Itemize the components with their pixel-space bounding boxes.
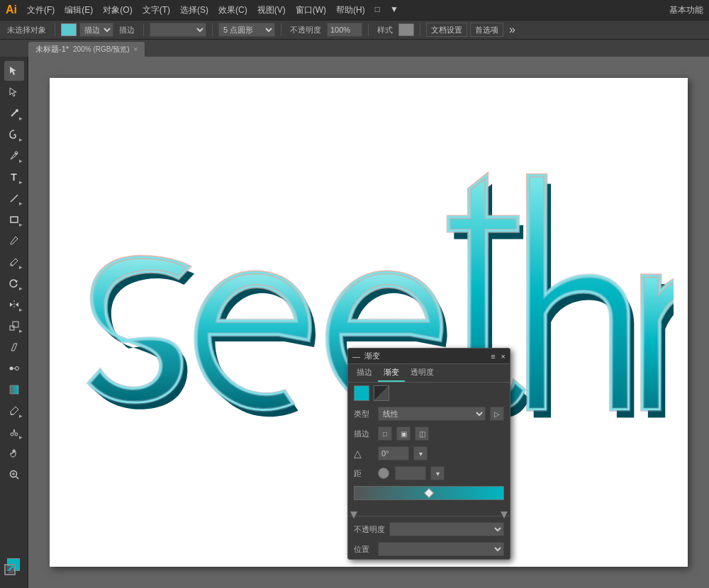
opacity-label-panel: 不透明度 xyxy=(354,524,385,535)
menu-help[interactable]: 帮助(H) xyxy=(336,4,365,16)
zoom-tool-button[interactable] xyxy=(4,465,24,485)
panel-collapse-icon[interactable]: — xyxy=(352,352,360,361)
type-tool-button[interactable]: T ▸ xyxy=(4,167,24,187)
shear-tool-button[interactable] xyxy=(4,337,24,357)
direct-select-tool-button[interactable] xyxy=(4,82,24,102)
panel-close-icon[interactable]: × xyxy=(501,352,506,361)
ratio-row: 距 ▾ xyxy=(348,463,510,483)
stroke-selector[interactable]: 描边 xyxy=(79,23,113,37)
menu-effect[interactable]: 效果(C) xyxy=(218,4,247,16)
workspace-label: 基本功能 xyxy=(669,4,703,16)
svg-line-3 xyxy=(11,195,18,202)
menu-window[interactable]: 窗口(W) xyxy=(296,4,326,16)
svg-rect-8 xyxy=(13,322,18,327)
lasso-arrow: ▸ xyxy=(19,136,23,143)
menu-select[interactable]: 选择(S) xyxy=(180,4,208,16)
scissors-tool-button[interactable]: ▸ xyxy=(4,422,24,442)
magic-wand-tool-button[interactable]: ▸ xyxy=(4,103,24,123)
svg-point-14 xyxy=(11,433,13,436)
pencil-arrow: ▸ xyxy=(19,264,23,271)
gradient-panel: — 渐变 ≡ × 描边 渐变 透明度 类型 xyxy=(347,348,510,560)
panel-divider xyxy=(348,516,510,516)
angle-input[interactable] xyxy=(378,446,409,460)
menu-extra2[interactable]: ▼ xyxy=(390,4,398,16)
preferences-button[interactable]: 首选项 xyxy=(470,23,503,37)
tab-gradient[interactable]: 渐变 xyxy=(378,364,405,382)
gradient-swatch-teal[interactable] xyxy=(354,385,369,401)
type-row: 类型 线性 ▷ xyxy=(348,404,510,424)
stroke-btn-3[interactable]: ◫ xyxy=(415,426,429,441)
ratio-input[interactable] xyxy=(395,466,426,480)
sep-2 xyxy=(143,23,144,36)
gradient-type-btn[interactable]: ▷ xyxy=(490,407,504,421)
lasso-tool-button[interactable]: ▸ xyxy=(4,125,24,145)
brush-selector[interactable] xyxy=(150,23,206,37)
sep-3 xyxy=(212,23,213,36)
menu-edit[interactable]: 编辑(E) xyxy=(65,4,93,16)
doc-settings-button[interactable]: 文档设置 xyxy=(426,23,467,37)
pen-tool-button[interactable]: ▸ xyxy=(4,146,24,166)
point-selector[interactable]: 5 点圆形 xyxy=(218,23,275,37)
type-label: 类型 xyxy=(354,409,374,419)
menu-bar[interactable]: 文件(F) 编辑(E) 对象(O) 文字(T) 选择(S) 效果(C) 视图(V… xyxy=(27,4,398,16)
angle-row: △ ▾ xyxy=(348,443,510,463)
panel-tabs: 描边 渐变 透明度 xyxy=(348,364,510,383)
blend-tool-button[interactable] xyxy=(4,358,24,378)
menu-view[interactable]: 视图(V) xyxy=(257,4,286,16)
stroke-color-swatch[interactable] xyxy=(61,23,77,36)
ratio-dropdown-btn[interactable]: ▾ xyxy=(430,466,445,480)
gradient-bar-container xyxy=(354,486,504,513)
angle-dropdown-btn[interactable]: ▾ xyxy=(413,446,428,460)
svg-line-19 xyxy=(16,477,18,479)
document-tab[interactable]: 未标题-1* 200% (RGB/预览) × xyxy=(28,42,145,57)
line-tool-button[interactable]: ▸ xyxy=(4,188,24,208)
options-bar: 未选择对象 描边 描边 5 点圆形 不透明度 样式 文档设置 首选项 » xyxy=(0,20,709,40)
panel-position-row: 位置 xyxy=(348,539,510,559)
svg-rect-7 xyxy=(10,326,14,330)
stroke-btn-1[interactable]: □ xyxy=(378,426,392,441)
magic-wand-arrow: ▸ xyxy=(19,115,23,122)
toolbar-more-icon[interactable]: » xyxy=(509,23,515,36)
rotate-tool-button[interactable]: ▸ xyxy=(4,273,24,293)
menu-object[interactable]: 对象(O) xyxy=(103,4,132,16)
gradient-swatch-dark[interactable] xyxy=(374,385,389,401)
no-selection-label: 未选择对象 xyxy=(4,23,49,37)
tab-close-button[interactable]: × xyxy=(134,45,138,53)
gradient-bar[interactable] xyxy=(354,486,504,500)
stroke-label: 描边 xyxy=(116,23,138,37)
select-tool-button[interactable] xyxy=(4,61,24,81)
menu-file[interactable]: 文件(F) xyxy=(27,4,55,16)
position-select[interactable] xyxy=(378,542,504,556)
hand-tool-button[interactable] xyxy=(4,443,24,463)
panel-title: 渐变 xyxy=(364,351,380,361)
svg-rect-4 xyxy=(11,217,18,222)
tab-bar: 未标题-1* 200% (RGB/预览) × xyxy=(0,40,709,57)
style-swatch[interactable] xyxy=(398,23,414,36)
gradient-stop-left[interactable] xyxy=(350,511,357,519)
panel-titlebar: — 渐变 ≡ × xyxy=(348,349,510,364)
rect-tool-button[interactable]: ▸ xyxy=(4,210,24,230)
stroke-color-box[interactable] xyxy=(4,564,16,575)
tab-opacity[interactable]: 透明度 xyxy=(405,364,440,382)
paintbrush-tool-button[interactable] xyxy=(4,231,24,251)
opacity-label: 不透明度 xyxy=(287,23,324,37)
gradient-mesh-tool-button[interactable] xyxy=(4,380,24,400)
scale-tool-button[interactable]: ▸ xyxy=(4,316,24,336)
gradient-stop-right[interactable] xyxy=(501,511,508,519)
canvas-area: — 渐变 ≡ × 描边 渐变 透明度 类型 xyxy=(28,57,709,588)
gradient-type-select[interactable]: 线性 xyxy=(378,407,486,421)
opacity-select[interactable] xyxy=(389,522,504,536)
stroke-btn-2[interactable]: ▣ xyxy=(396,426,411,441)
stroke-row: 描边 □ ▣ ◫ xyxy=(348,424,510,443)
eyedropper-tool-button[interactable]: ▸ xyxy=(4,401,24,421)
tab-stroke[interactable]: 描边 xyxy=(351,364,378,382)
opacity-input[interactable] xyxy=(327,23,362,37)
pencil-tool-button[interactable]: ▸ xyxy=(4,252,24,272)
menu-text[interactable]: 文字(T) xyxy=(143,4,170,16)
menu-extra[interactable]: □ xyxy=(375,4,380,16)
ratio-label: 距 xyxy=(354,468,374,479)
gradient-midpoint[interactable] xyxy=(424,488,434,498)
title-bar: Ai 文件(F) 编辑(E) 对象(O) 文字(T) 选择(S) 效果(C) 视… xyxy=(0,0,709,20)
panel-menu-icon[interactable]: ≡ xyxy=(491,352,495,361)
mirror-tool-button[interactable]: ▸ xyxy=(4,295,24,315)
